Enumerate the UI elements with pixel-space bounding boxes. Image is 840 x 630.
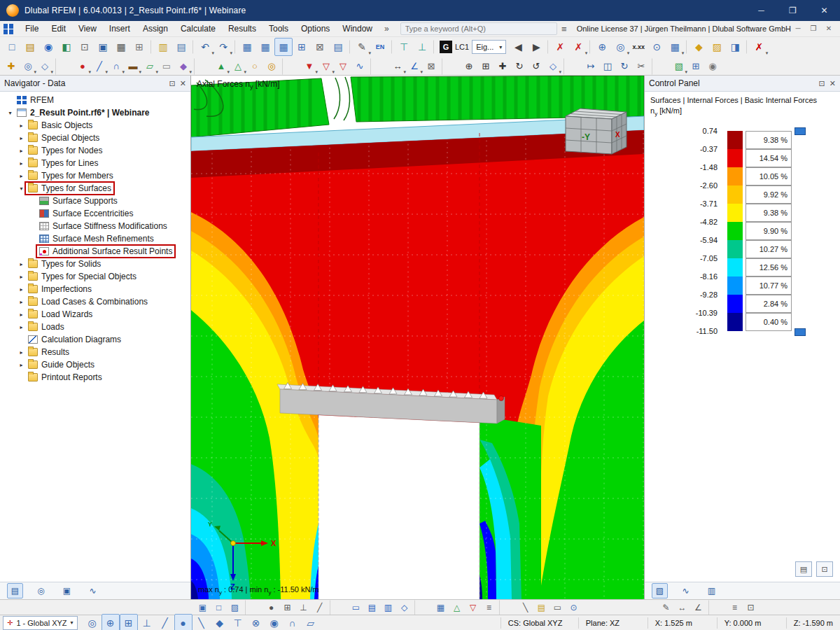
arc-icon[interactable]: ∩ <box>108 58 125 75</box>
panel-close-icon[interactable]: ✕ <box>830 79 836 88</box>
margin-icon[interactable]: ▭ <box>550 600 566 615</box>
line-hinge-icon[interactable]: ◎ <box>263 58 280 75</box>
navigator-tree-item[interactable]: Printout Reports <box>0 371 190 384</box>
node-icon[interactable]: ● <box>74 58 91 75</box>
panel-options-button[interactable]: ▤ <box>795 561 812 577</box>
mirror-icon[interactable]: ◫ <box>599 58 616 75</box>
isometric-small-icon[interactable]: ◇ <box>396 600 412 615</box>
search-menu-icon[interactable]: ≡ <box>561 24 567 34</box>
clipping-box-icon[interactable]: ⊠ <box>423 58 440 75</box>
keyword-search-input[interactable] <box>400 22 557 35</box>
close-button[interactable]: ✕ <box>808 0 840 21</box>
navigator-tree-item[interactable]: ▸ Types for Special Objects <box>0 270 190 283</box>
previous-view-icon[interactable]: ↺ <box>528 58 545 75</box>
navigator-close-icon[interactable]: ✕ <box>180 79 186 88</box>
status-perpendicular-icon[interactable]: ⊤ <box>229 614 247 630</box>
navigator-tree-item[interactable]: ▸ Types for Members <box>0 169 190 182</box>
navigator-tree-item[interactable]: RFEM <box>0 94 190 106</box>
navigator-tree-item[interactable]: ▸ Types for Nodes <box>0 144 190 157</box>
smooth-results-tab-icon[interactable]: ∿ <box>678 583 694 598</box>
status-intersection-icon[interactable]: ⊗ <box>247 614 265 630</box>
edit-drawing-icon[interactable]: ✎ <box>658 600 674 615</box>
isometric-view-icon[interactable]: ◇ <box>545 58 561 75</box>
add-result-point-icon[interactable]: ⊕ <box>593 38 611 56</box>
show-values-small-icon[interactable]: ≡ <box>481 600 497 615</box>
tree-expand-arrow[interactable]: ▸ <box>17 160 26 167</box>
orbit-icon[interactable]: ↻ <box>511 58 528 75</box>
views-navigator-tab-icon[interactable]: ▣ <box>59 583 75 598</box>
zoom-window-icon[interactable]: ⊞ <box>477 58 494 75</box>
status-guidelines-icon[interactable]: ╱ <box>156 614 174 630</box>
pan-icon[interactable]: ✚ <box>494 58 511 75</box>
angle-measure-icon[interactable]: ∠ <box>690 600 706 615</box>
filter-loads-icon[interactable]: ✗ <box>551 38 569 56</box>
rfem-app-icon[interactable] <box>4 24 13 34</box>
print-icon[interactable]: ▦ <box>112 38 130 56</box>
redo-icon[interactable]: ↷ <box>214 38 232 56</box>
previous-load-case-icon[interactable]: ◀ <box>509 38 527 56</box>
national-annex-icon[interactable]: EN <box>371 38 389 56</box>
tree-expand-arrow[interactable]: ▸ <box>17 286 26 293</box>
display-properties-icon[interactable]: ✎ <box>353 38 371 56</box>
sticky-note-icon[interactable]: ▥ <box>154 38 172 56</box>
imperfection-icon[interactable]: ∿ <box>351 58 368 75</box>
result-grid-icon[interactable]: ▦ <box>666 38 684 56</box>
table-export-icon[interactable]: ⊞ <box>293 38 311 56</box>
maximize-button[interactable]: ❐ <box>777 0 808 21</box>
display-navigator-tab-icon[interactable]: ◎ <box>33 583 49 598</box>
doc-close-icon[interactable]: ✕ <box>822 22 836 35</box>
print-graphic-icon[interactable]: ⊡ <box>76 38 94 56</box>
menu-item[interactable]: Options <box>295 21 336 36</box>
status-ortho-icon[interactable]: ⊥ <box>138 614 156 630</box>
fullscreen-icon[interactable]: ⊡ <box>743 600 759 615</box>
navigator-float-icon[interactable]: ⊡ <box>169 79 176 88</box>
menu-item[interactable]: Assign <box>136 21 174 36</box>
data-navigator-tab-icon[interactable]: ▤ <box>7 583 23 598</box>
show-values-icon[interactable]: ⊙ <box>648 38 666 56</box>
scale-icon[interactable]: ≡ <box>727 600 743 615</box>
scissors-icon[interactable]: ✂ <box>633 58 650 75</box>
navigator-tree-item[interactable]: Calculation Diagrams <box>0 333 190 346</box>
filter-results-icon[interactable]: ✗ <box>569 38 587 56</box>
tree-expand-arrow[interactable]: ▾ <box>6 110 15 116</box>
tree-expand-arrow[interactable]: ▸ <box>17 148 26 154</box>
legend-scale-handle-bottom[interactable] <box>794 328 806 336</box>
dlubal-online-icon[interactable]: ◉ <box>39 38 57 56</box>
menu-item[interactable]: File <box>19 21 45 36</box>
status-grid-icon[interactable]: ⊞ <box>120 614 138 630</box>
line-icon[interactable]: ╱ <box>91 58 108 75</box>
doc-restore-icon[interactable]: ❐ <box>806 22 820 35</box>
copy-icon[interactable]: ⊞ <box>130 38 148 56</box>
show-mesh-icon[interactable]: ▦ <box>433 600 449 615</box>
guideline-new-icon[interactable]: ╲ <box>517 600 533 615</box>
doc-minimize-icon[interactable]: ─ <box>791 22 805 35</box>
navigator-tree-item[interactable]: ▸ Loads <box>0 321 190 333</box>
status-tangent-icon[interactable]: ∩ <box>284 614 302 630</box>
tree-expand-arrow[interactable]: ▸ <box>17 122 26 129</box>
navigator-tree-item[interactable]: ▸ Results <box>0 346 190 358</box>
move-copy-icon[interactable]: ↦ <box>582 58 599 75</box>
view-yz-icon[interactable]: ▥ <box>380 600 396 615</box>
status-select-icon[interactable]: ◎ <box>83 614 102 630</box>
minimize-button[interactable]: ─ <box>746 0 777 21</box>
nodal-support-icon[interactable]: ▲ <box>213 58 230 75</box>
status-workplane-icon[interactable]: ▱ <box>302 614 320 630</box>
navigator-tree-item[interactable]: ▾ 2_Result Point.rf6* | Webinare <box>0 106 190 119</box>
open-model-icon[interactable]: ◧ <box>57 38 76 56</box>
view-xy-icon[interactable]: ▭ <box>348 600 364 615</box>
navigator-tree-item[interactable]: ▸ Load Cases & Combinations <box>0 295 190 308</box>
navigation-cube[interactable]: -Y X <box>566 108 626 154</box>
menu-item[interactable]: Edit <box>45 21 72 36</box>
menu-item[interactable]: Window <box>336 21 379 36</box>
model-view[interactable]: Y X Z -Y X Axial Forces ny [kN/m] max ny… <box>191 76 644 599</box>
csc-interface-icon[interactable]: ⊠ <box>311 38 329 56</box>
menu-item[interactable]: Tools <box>262 21 295 36</box>
navigator-tree-item[interactable]: ▸ Basic Objects <box>0 119 190 132</box>
menu-item[interactable]: Calculate <box>174 21 222 36</box>
next-load-case-icon[interactable]: ▶ <box>527 38 545 56</box>
delete-results-icon[interactable]: ✗ <box>750 38 768 56</box>
legend-scale-handle-top[interactable] <box>794 127 806 135</box>
show-loads-small-icon[interactable]: ▽ <box>465 600 481 615</box>
color-scale-tab-icon[interactable]: ▧ <box>652 583 668 598</box>
member-icon[interactable]: ▬ <box>125 58 141 75</box>
